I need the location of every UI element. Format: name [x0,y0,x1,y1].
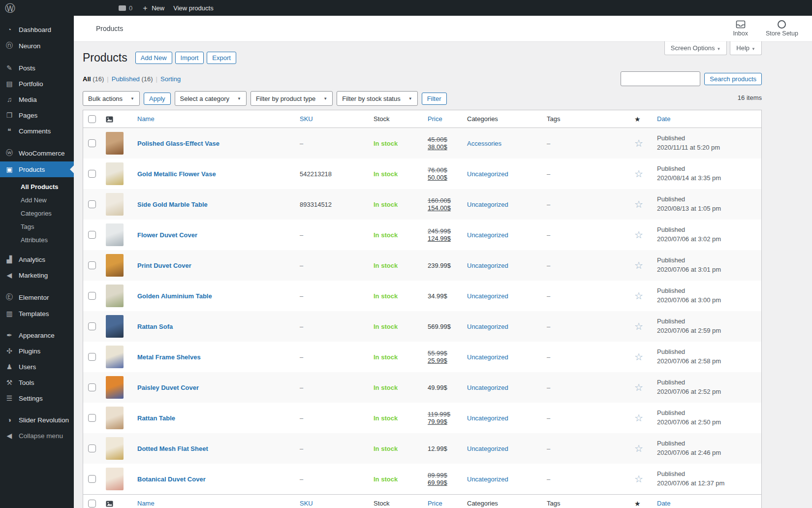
product-thumbnail[interactable] [106,254,124,277]
product-thumbnail[interactable] [106,162,124,185]
column-header-price[interactable]: Price [428,500,442,507]
sidebar-item-portfolio[interactable]: ▤Portfolio [0,76,74,92]
sidebar-item-products[interactable]: ▣Products [0,161,74,177]
search-products-button[interactable]: Search products [704,73,762,85]
inbox-button[interactable]: Inbox [733,20,748,37]
product-name-link[interactable]: Metal Frame Shelves [137,353,201,361]
category-link[interactable]: Uncategorized [467,414,508,422]
sidebar-item-marketing[interactable]: ◀Marketing [0,267,74,283]
product-name-link[interactable]: Rattan Table [137,414,175,422]
sidebar-item-collapse-menu[interactable]: ◀Collapse menu [0,428,74,444]
product-thumbnail[interactable] [106,193,124,216]
column-header-name[interactable]: Name [137,115,155,123]
product-thumbnail[interactable] [106,437,124,460]
product-thumbnail[interactable] [106,285,124,307]
row-checkbox[interactable] [88,353,96,361]
product-name-link[interactable]: Paisley Duvet Cover [137,384,199,391]
featured-star-toggle[interactable]: ☆ [634,382,643,393]
featured-star-toggle[interactable]: ☆ [634,474,643,484]
sidebar-item-users[interactable]: ♟Users [0,359,74,375]
category-link[interactable]: Uncategorized [467,445,508,452]
sidebar-item-elementor[interactable]: ⒺElementor [0,289,74,306]
product-name-link[interactable]: Print Duvet Cover [137,262,191,269]
featured-star-toggle[interactable]: ☆ [634,199,643,210]
sidebar-item-settings[interactable]: ☰Settings [0,390,74,406]
product-thumbnail[interactable] [106,407,124,429]
category-link[interactable]: Uncategorized [467,323,508,330]
import-button[interactable]: Import [175,52,204,64]
column-header-date[interactable]: Date [657,500,670,507]
row-checkbox[interactable] [88,292,96,300]
category-filter-select[interactable]: Select a category ▼ [175,91,247,106]
sidebar-item-posts[interactable]: ✎Posts [0,60,74,76]
featured-star-toggle[interactable]: ☆ [634,290,643,301]
product-thumbnail[interactable] [106,315,124,338]
search-input[interactable] [621,71,700,86]
product-name-link[interactable]: Gold Metallic Flower Vase [137,170,216,178]
view-link-published[interactable]: Published (16) [112,75,153,83]
sidebar-item-tools[interactable]: ⚒Tools [0,375,74,390]
product-thumbnail[interactable] [106,376,124,399]
featured-star-toggle[interactable]: ☆ [634,321,643,332]
row-checkbox[interactable] [88,322,96,330]
product-name-link[interactable]: Polished Glass-Effect Vase [137,140,219,147]
sidebar-item-slider-revolution[interactable]: ◑Slider Revolution [0,412,74,428]
view-link-label[interactable]: All [83,75,91,83]
product-name-link[interactable]: Botanical Duvet Cover [137,476,206,483]
product-name-link[interactable]: Side Gold Marble Table [137,201,208,208]
product-type-filter-select[interactable]: Filter by product type ▼ [250,91,333,106]
category-link[interactable]: Uncategorized [467,384,508,391]
export-button[interactable]: Export [207,52,236,64]
admin-bar-comments[interactable]: 0 [119,4,132,12]
sidebar-item-plugins[interactable]: ✣Plugins [0,343,74,359]
row-checkbox[interactable] [88,139,96,147]
featured-star-toggle[interactable]: ☆ [634,443,643,454]
sidebar-item-woocommerce[interactable]: ⓦWooCommerce [0,145,74,161]
row-checkbox[interactable] [88,383,96,391]
row-checkbox[interactable] [88,231,96,239]
sidebar-item-templates[interactable]: ▥Templates [0,306,74,321]
column-header-date[interactable]: Date [657,115,670,123]
store-setup-button[interactable]: Store Setup [766,20,798,37]
product-name-link[interactable]: Golden Aluminium Table [137,292,212,300]
row-checkbox[interactable] [88,200,96,208]
sidebar-item-appearance[interactable]: ✒Appearance [0,327,74,343]
category-link[interactable]: Accessories [467,140,501,147]
submenu-item-categories[interactable]: Categories [0,207,74,220]
submenu-item-add-new[interactable]: Add New [0,193,74,207]
product-thumbnail[interactable] [106,223,124,246]
select-all-checkbox[interactable] [88,500,96,508]
row-checkbox[interactable] [88,170,96,178]
featured-star-toggle[interactable]: ☆ [634,260,643,271]
featured-star-toggle[interactable]: ☆ [634,168,643,179]
admin-bar-view-products[interactable]: View products [173,4,213,12]
category-link[interactable]: Uncategorized [467,262,508,269]
filter-button[interactable]: Filter [422,93,447,105]
category-link[interactable]: Uncategorized [467,292,508,300]
sidebar-item-pages[interactable]: ❐Pages [0,107,74,123]
admin-bar-new[interactable]: ＋ New [141,3,164,13]
product-thumbnail[interactable] [106,346,124,368]
screen-options-tab[interactable]: Screen Options▼ [664,41,727,55]
row-checkbox[interactable] [88,475,96,483]
help-tab[interactable]: Help▼ [730,41,762,55]
view-link-sorting[interactable]: Sorting [160,75,181,83]
column-header-sku[interactable]: SKU [300,115,313,123]
sidebar-item-analytics[interactable]: ▟Analytics [0,252,74,267]
category-link[interactable]: Uncategorized [467,231,508,239]
category-link[interactable]: Uncategorized [467,170,508,178]
category-link[interactable]: Uncategorized [467,201,508,208]
submenu-item-attributes[interactable]: Attributes [0,233,74,247]
featured-star-toggle[interactable]: ☆ [634,138,643,149]
view-link-all[interactable]: All (16) [83,75,104,83]
bulk-actions-select[interactable]: Bulk actions ▼ [83,91,140,106]
column-header-price[interactable]: Price [428,115,442,123]
submenu-item-all-products[interactable]: All Products [0,180,74,193]
sidebar-item-neuron[interactable]: ⓝNeuron [0,37,74,54]
stock-status-filter-select[interactable]: Filter by stock status ▼ [337,91,417,106]
product-thumbnail[interactable] [106,132,124,155]
column-header-name[interactable]: Name [137,500,155,507]
product-name-link[interactable]: Flower Duvet Cover [137,231,197,239]
sidebar-item-media[interactable]: ♫Media [0,92,74,107]
add-new-button[interactable]: Add New [135,52,172,64]
